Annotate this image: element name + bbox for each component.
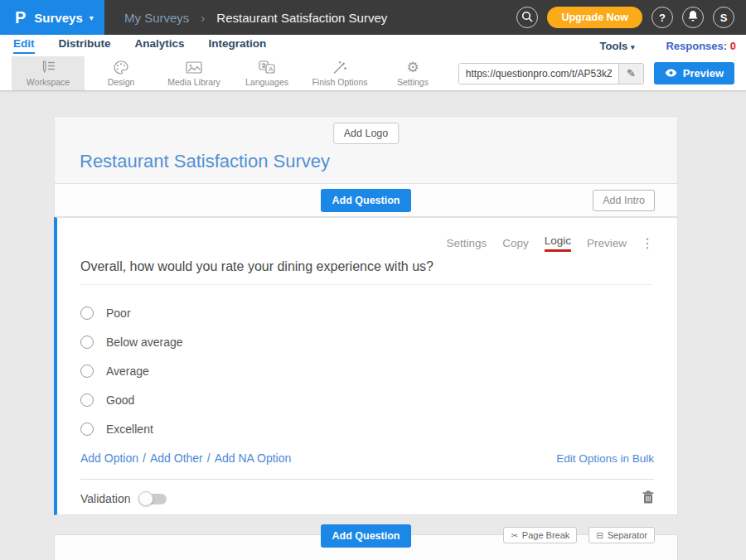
survey-url-input[interactable]: [459, 64, 618, 84]
answer-option-average[interactable]: Average: [80, 364, 654, 378]
svg-text:A: A: [269, 65, 274, 73]
toolbar-item-label: Design: [108, 77, 135, 87]
toolbar-item-media-library[interactable]: Media Library: [157, 56, 230, 90]
search-button[interactable]: [516, 7, 538, 28]
answer-option-poor[interactable]: Poor: [80, 307, 654, 320]
add-option-link[interactable]: Add Option: [80, 451, 138, 465]
option-label: Below average: [106, 336, 183, 349]
editor-toolbar: Workspace Design Media Library A Languag…: [0, 56, 746, 91]
tools-label: Tools: [600, 40, 628, 52]
radio-button-icon[interactable]: [80, 422, 94, 436]
separator-button[interactable]: ⊟ Separator: [589, 527, 655, 543]
option-label: Average: [106, 364, 149, 378]
edit-url-button[interactable]: ✎: [618, 64, 643, 84]
toolbar-item-finish-options[interactable]: Finish Options: [303, 56, 376, 90]
radio-button-icon[interactable]: [80, 393, 94, 407]
survey-header-card: Add Logo Restaurant Satisfaction Survey: [54, 116, 678, 184]
option-label: Poor: [106, 307, 131, 320]
tabs-group: Edit Distribute Analytics Integration: [13, 37, 266, 54]
add-logo-button[interactable]: Add Logo: [333, 123, 400, 144]
chevron-down-icon: ▾: [90, 13, 94, 22]
tab-analytics[interactable]: Analytics: [135, 37, 185, 54]
translate-icon: A: [259, 60, 275, 75]
product-name: Surveys: [34, 11, 82, 25]
toolbar-right: ✎ Preview: [458, 56, 746, 90]
answer-options-list: Poor Below average Average Good Excellen…: [80, 307, 654, 436]
toggle-knob: [138, 491, 153, 506]
toolbar-item-design[interactable]: Design: [85, 56, 157, 90]
top-bar: P Surveys ▾ My Surveys › Restaurant Sati…: [0, 0, 746, 35]
question-action-logic[interactable]: Logic: [545, 234, 571, 252]
add-question-button-bottom[interactable]: Add Question: [321, 524, 412, 548]
responses-count: 0: [730, 40, 736, 52]
survey-canvas: Add Logo Restaurant Satisfaction Survey …: [54, 116, 678, 560]
tab-edit[interactable]: Edit: [13, 37, 35, 54]
responses-counter[interactable]: Responses: 0: [666, 40, 736, 52]
delete-question-button[interactable]: [642, 490, 654, 507]
survey-title[interactable]: Restaurant Satisfaction Survey: [80, 151, 330, 172]
edit-options-in-bulk-link[interactable]: Edit Options in Bulk: [556, 452, 654, 465]
topbar-actions: Upgrade Now ? S: [516, 7, 746, 28]
toolbar-item-settings[interactable]: ⚙ Settings: [376, 56, 449, 90]
page-break-button[interactable]: ✂ Page Break: [503, 527, 577, 543]
eye-icon: [665, 67, 677, 80]
search-icon: [521, 11, 533, 25]
add-na-option-link[interactable]: Add NA Option: [215, 451, 292, 465]
radio-button-icon[interactable]: [80, 336, 94, 349]
radio-button-icon[interactable]: [80, 364, 94, 378]
breadcrumb-current-survey: Restaurant Satisfaction Survey: [216, 11, 387, 25]
survey-nav-tabs: Edit Distribute Analytics Integration To…: [0, 35, 746, 56]
separator-label: Separator: [608, 530, 647, 540]
question-action-copy[interactable]: Copy: [502, 237, 529, 249]
question-card-q1: Q1 Settings Copy Logic Preview ⋮ Overall…: [54, 217, 678, 515]
tab-distribute[interactable]: Distribute: [59, 37, 111, 54]
breadcrumb: My Surveys › Restaurant Satisfaction Sur…: [124, 11, 387, 25]
toolbar-item-workspace[interactable]: Workspace: [12, 56, 85, 90]
design-palette-icon: [114, 60, 128, 75]
page-break-icon: ✂: [511, 531, 517, 540]
toolbar-item-label: Workspace: [27, 77, 70, 87]
workspace-icon: [41, 60, 56, 75]
answer-option-good[interactable]: Good: [80, 393, 654, 407]
question-action-preview[interactable]: Preview: [587, 237, 627, 249]
preview-survey-button[interactable]: Preview: [654, 62, 734, 84]
tools-dropdown[interactable]: Tools ▾: [600, 40, 635, 52]
question-action-settings[interactable]: Settings: [446, 237, 487, 249]
question-text[interactable]: Overall, how would you rate your dining …: [80, 259, 652, 285]
help-button[interactable]: ?: [652, 7, 673, 28]
radio-button-icon[interactable]: [80, 307, 94, 320]
gear-icon: ⚙: [406, 60, 419, 75]
separator-icon: ⊟: [596, 531, 603, 540]
toolbar-item-languages[interactable]: A Languages: [230, 56, 303, 90]
question-actions: Settings Copy Logic Preview ⋮: [80, 218, 654, 252]
slash-separator: /: [143, 451, 146, 465]
toolbar-item-label: Settings: [397, 77, 429, 87]
bell-icon: [687, 10, 699, 25]
tab-integration[interactable]: Integration: [209, 37, 267, 54]
app-logo-menu[interactable]: P Surveys ▾: [0, 0, 104, 35]
answer-option-below-average[interactable]: Below average: [80, 336, 654, 349]
more-options-icon[interactable]: ⋮: [641, 235, 654, 251]
answer-option-excellent[interactable]: Excellent: [80, 422, 654, 436]
notifications-button[interactable]: [682, 7, 704, 28]
tabbar-right: Tools ▾ Responses: 0: [600, 40, 736, 52]
validation-toggle[interactable]: [140, 494, 167, 504]
toolbar-item-label: Finish Options: [312, 77, 367, 87]
responses-label: Responses:: [666, 40, 727, 52]
page-break-label: Page Break: [522, 530, 569, 540]
option-links-row: Add Option / Add Other / Add NA Option E…: [80, 451, 654, 465]
add-question-button-top[interactable]: Add Question: [321, 189, 412, 212]
breadcrumb-separator-icon: ›: [201, 11, 205, 25]
toolbar-item-label: Media Library: [167, 77, 220, 87]
editor-main: Add Logo Restaurant Satisfaction Survey …: [0, 91, 746, 560]
add-intro-button[interactable]: Add Intro: [593, 190, 655, 211]
validation-row: Validation: [80, 479, 654, 515]
image-icon: [186, 60, 202, 75]
survey-url-group: ✎: [458, 63, 644, 84]
add-other-link[interactable]: Add Other: [150, 451, 203, 465]
breadcrumb-my-surveys[interactable]: My Surveys: [124, 11, 189, 25]
magic-wand-icon: [332, 60, 347, 75]
upgrade-now-button[interactable]: Upgrade Now: [547, 7, 642, 28]
preview-label: Preview: [683, 67, 724, 80]
user-avatar[interactable]: S: [713, 7, 734, 28]
